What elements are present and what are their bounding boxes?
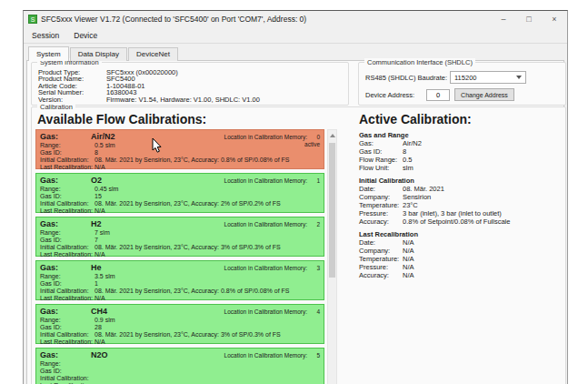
calibration-list: Gas: Air/N2 Location in Calibration Memo… <box>35 129 337 384</box>
gas-label: Gas: <box>40 263 91 272</box>
calibration-entry-ch4[interactable]: Gas: CH4 Location in Calibration Memory:… <box>35 304 324 344</box>
recal-date-value: N/A <box>403 238 414 247</box>
window-title: SFC5xxx Viewer V1.72 (Connected to 'SFC5… <box>41 15 306 24</box>
active-flow-range-value: 0.5 <box>403 156 412 164</box>
calibration-entry-n2o[interactable]: Gas: N2O Location in Calibration Memory:… <box>35 348 324 384</box>
tab-devicenet[interactable]: DeviceNet <box>128 47 178 61</box>
location-number: 5 <box>307 351 320 360</box>
location-number: 4 <box>307 308 320 317</box>
calibration-entry-h2[interactable]: Gas: H2 Location in Calibration Memory: … <box>35 217 324 257</box>
initial-calibration-section-title: Initial Calibration <box>359 177 563 185</box>
active-badge: active <box>304 141 320 148</box>
last-recalibration-value: N/A <box>95 164 105 171</box>
maximize-button[interactable]: □ <box>516 11 542 27</box>
location-label: Location in Calibration Memory: <box>224 220 307 229</box>
tab-data-display[interactable]: Data Display <box>70 47 127 61</box>
active-gas-id-value: 8 <box>403 147 406 156</box>
location-label: Location in Calibration Memory: <box>224 351 307 360</box>
version-row: Version: Firmware: V1.54, Hardware: V1.0… <box>38 96 348 103</box>
baudrate-dropdown[interactable]: 115200 <box>450 71 526 84</box>
communication-interface-title: Communication Interface (SHDLC) <box>364 58 475 66</box>
menu-session[interactable]: Session <box>32 31 59 40</box>
product-type-row: Product Type: SFC5xxx (0x00020000) <box>38 69 348 76</box>
last-recalibration-section-title: Last Recalibration <box>359 230 563 238</box>
scrollbar-thumb[interactable] <box>329 143 335 278</box>
product-name-row: Product Name: SFC5400 <box>38 76 348 82</box>
gas-label: Gas: <box>40 132 91 141</box>
baudrate-value: 115200 <box>454 74 476 82</box>
initial-temperature-value: 23°C <box>403 201 418 209</box>
recal-accuracy-value: N/A <box>403 271 414 279</box>
communication-interface-group: Communication Interface (SHDLC) RS485 (S… <box>358 62 566 106</box>
calibration-entry-air-n2[interactable]: Gas: Air/N2 Location in Calibration Memo… <box>35 129 324 169</box>
initial-calibration-value: 08. Mär. 2021 by Sensirion, 23°C, Accura… <box>95 244 281 251</box>
change-address-button[interactable]: Change Address <box>454 88 514 101</box>
recal-temperature-value: N/A <box>403 255 414 263</box>
location-label: Location in Calibration Memory: <box>224 264 307 273</box>
gas-name: CH4 <box>91 307 107 316</box>
screen: S SFC5xxx Viewer V1.72 (Connected to 'SF… <box>0 0 588 384</box>
location-label: Location in Calibration Memory: <box>224 133 307 142</box>
gas-name: Air/N2 <box>91 132 115 141</box>
scroll-up-button[interactable] <box>328 130 336 140</box>
range-value: 0.9 slm <box>95 317 115 324</box>
gas-label: Gas: <box>40 219 91 228</box>
vertical-scrollbar[interactable] <box>327 129 337 384</box>
location-label: Location in Calibration Memory: <box>224 177 307 186</box>
calibration-group: Calibration Available Flow Calibrations:… <box>31 106 566 384</box>
initial-calibration-value: 08. Mär. 2021 by Sensirion, 23°C, Accura… <box>95 200 281 207</box>
last-recalibration-value: N/A <box>95 207 105 215</box>
calibration-entry-o2[interactable]: Gas: O2 Location in Calibration Memory: … <box>35 173 324 213</box>
tab-system[interactable]: System <box>28 46 69 61</box>
recal-pressure-value: N/A <box>403 263 414 271</box>
title-bar[interactable]: S SFC5xxx Viewer V1.72 (Connected to 'SF… <box>24 11 567 27</box>
initial-calibration-value: 08. Mär. 2021 by Sensirion, 23°C, Accura… <box>95 288 289 295</box>
recal-company-value: N/A <box>403 247 414 255</box>
initial-calibration-value: 08. Mär. 2021 by Sensirion, 23°C, Accura… <box>95 331 281 339</box>
device-address-input[interactable] <box>426 89 450 101</box>
calibration-group-label: Calibration <box>37 103 75 111</box>
initial-accuracy-value: 0.8% of Setpoint/0.08% of Fullscale <box>403 217 510 226</box>
last-recalibration-value: N/A <box>95 295 105 302</box>
active-flow-unit-value: slm <box>403 164 414 172</box>
gas-id-value: 7 <box>95 237 98 244</box>
active-gas-value: Air/N2 <box>403 139 422 147</box>
location-number: 1 <box>307 177 320 186</box>
initial-calibration-value: 08. Mär. 2021 by Sensirion, 23°C, Accura… <box>95 157 289 164</box>
gas-label: Gas: <box>40 350 91 359</box>
location-label: Location in Calibration Memory: <box>224 308 307 317</box>
gas-id-value: 8 <box>95 149 98 157</box>
menu-device[interactable]: Device <box>74 31 97 40</box>
range-value: 0.45 slm <box>95 186 118 193</box>
range-value: 3.5 slm <box>95 273 115 280</box>
app-icon: S <box>28 15 37 24</box>
scroll-up-icon <box>330 134 335 137</box>
gas-id-value: 28 <box>95 324 102 331</box>
chevron-down-icon <box>516 76 522 79</box>
last-recalibration-value: N/A <box>95 251 105 258</box>
gas-label: Gas: <box>40 176 91 185</box>
initial-pressure-value: 3 bar (inlet), 3 bar (inlet to outlet) <box>403 209 502 217</box>
version-value: Firmware: V1.54, Hardware: V1.00, SHDLC:… <box>106 96 260 103</box>
gas-id-value: 15 <box>95 193 102 200</box>
gas-name: H2 <box>91 219 102 228</box>
active-calibration-panel: Gas and Range Gas:Air/N2 Gas ID:8 Flow R… <box>359 131 563 279</box>
baudrate-label: RS485 (SHDLC) Baudrate: <box>365 74 447 82</box>
range-value: 0.5 slm <box>95 142 115 149</box>
menu-bar: Session Device <box>24 27 567 44</box>
tab-strip: System Data Display DeviceNet <box>28 47 179 61</box>
location-number: 2 <box>307 220 320 229</box>
range-value: 7 slm <box>95 229 110 237</box>
gas-name: He <box>91 263 102 272</box>
last-recalibration-value: N/A <box>95 339 105 346</box>
available-flow-calibrations-title: Available Flow Calibrations: <box>37 112 206 126</box>
device-address-label: Device Address: <box>365 91 414 99</box>
gas-and-range-section-title: Gas and Range <box>359 131 563 139</box>
close-button[interactable]: × <box>542 11 567 27</box>
gas-id-value: 1 <box>95 280 98 288</box>
minimize-button[interactable]: – <box>491 11 516 27</box>
gas-name: O2 <box>91 176 102 185</box>
article-code-row: Article Code: 1-100488-01 <box>38 83 348 89</box>
calibration-entry-he[interactable]: Gas: He Location in Calibration Memory: … <box>35 260 324 300</box>
app-window: S SFC5xxx Viewer V1.72 (Connected to 'SF… <box>23 10 568 384</box>
